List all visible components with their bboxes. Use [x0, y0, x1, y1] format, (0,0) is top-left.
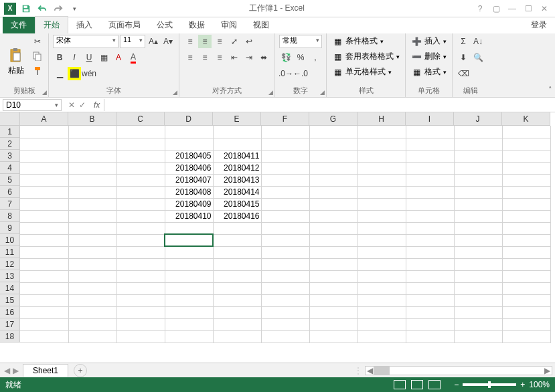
cell[interactable]: [406, 150, 454, 162]
cell[interactable]: 20180412: [213, 162, 261, 174]
cell[interactable]: [116, 210, 165, 222]
format-painter-icon[interactable]: [31, 64, 44, 78]
tab-layout[interactable]: 页面布局: [100, 17, 149, 33]
tab-formulas[interactable]: 公式: [149, 17, 181, 33]
cell[interactable]: [165, 126, 213, 138]
cell[interactable]: [68, 186, 116, 198]
underline-button[interactable]: U: [82, 51, 96, 64]
cut-icon[interactable]: ✂: [31, 35, 44, 48]
increase-indent-icon[interactable]: ⇥: [242, 51, 256, 64]
number-format-select[interactable]: 常规: [279, 35, 322, 48]
row-header[interactable]: 6: [0, 186, 20, 198]
cell[interactable]: [116, 282, 165, 294]
copy-icon[interactable]: [31, 50, 44, 63]
cell[interactable]: [165, 270, 213, 282]
cell[interactable]: [116, 186, 165, 198]
cell[interactable]: [358, 306, 406, 318]
cell[interactable]: 20180416: [213, 210, 261, 222]
cell[interactable]: [213, 138, 261, 150]
cell[interactable]: [358, 126, 406, 138]
cell[interactable]: [309, 138, 358, 150]
clear-icon[interactable]: ⌫: [457, 67, 470, 80]
cell[interactable]: [20, 210, 68, 222]
font-name-select[interactable]: 宋体: [53, 35, 118, 48]
add-sheet-button[interactable]: +: [74, 364, 87, 377]
cell[interactable]: [68, 126, 116, 138]
cell[interactable]: [309, 126, 358, 138]
cell[interactable]: [116, 246, 165, 258]
cancel-formula-icon[interactable]: ✕: [68, 100, 75, 110]
cell[interactable]: [502, 246, 550, 258]
cell[interactable]: [68, 330, 116, 342]
cell[interactable]: [261, 318, 309, 330]
cell[interactable]: [454, 198, 502, 210]
cell[interactable]: [454, 270, 502, 282]
cell[interactable]: [20, 258, 68, 270]
cell[interactable]: [358, 174, 406, 186]
delete-cells-button[interactable]: ➖删除▾: [410, 50, 448, 63]
cell[interactable]: [502, 318, 550, 330]
cell[interactable]: [165, 234, 213, 246]
cell[interactable]: [116, 198, 165, 210]
cell[interactable]: [116, 306, 165, 318]
cell[interactable]: [406, 210, 454, 222]
tab-view[interactable]: 视图: [245, 17, 277, 33]
paste-button[interactable]: 粘贴: [4, 35, 28, 88]
font-launcher-icon[interactable]: ◢: [173, 89, 177, 96]
ribbon-display-icon[interactable]: ▢: [491, 4, 501, 13]
scroll-thumb[interactable]: [374, 367, 390, 375]
cell[interactable]: [68, 234, 116, 246]
column-header[interactable]: B: [68, 112, 116, 126]
fill-color-icon[interactable]: ⬛: [68, 67, 81, 80]
cell[interactable]: [68, 258, 116, 270]
cell[interactable]: [454, 258, 502, 270]
row-header[interactable]: 5: [0, 174, 20, 186]
cell[interactable]: 20180415: [213, 198, 261, 210]
fill-icon[interactable]: ⬇: [457, 51, 470, 64]
cell[interactable]: [406, 186, 454, 198]
cell[interactable]: [406, 138, 454, 150]
column-header[interactable]: H: [358, 112, 406, 126]
cell[interactable]: [406, 294, 454, 306]
cell[interactable]: [261, 270, 309, 282]
find-icon[interactable]: 🔍: [471, 51, 485, 64]
cell[interactable]: [406, 330, 454, 342]
cell[interactable]: [309, 270, 358, 282]
cell[interactable]: [309, 210, 358, 222]
cell[interactable]: [116, 294, 165, 306]
page-break-view-icon[interactable]: [428, 380, 441, 389]
increase-decimal-icon[interactable]: .0→: [279, 67, 293, 80]
cell[interactable]: [358, 234, 406, 246]
cell[interactable]: [309, 222, 358, 234]
cell[interactable]: [213, 282, 261, 294]
cell[interactable]: [165, 282, 213, 294]
cell[interactable]: [68, 246, 116, 258]
cell[interactable]: [406, 246, 454, 258]
italic-button[interactable]: I: [68, 51, 81, 64]
cell[interactable]: [165, 318, 213, 330]
increase-font-icon[interactable]: A▴: [147, 35, 160, 48]
cell[interactable]: [309, 330, 358, 342]
bold-button[interactable]: B: [53, 51, 66, 64]
align-right-icon[interactable]: ≡: [213, 51, 226, 64]
namebox-dropdown-icon[interactable]: ▾: [55, 102, 58, 108]
cell-styles-button[interactable]: ▦单元格样式▾: [331, 66, 401, 78]
cell[interactable]: [406, 318, 454, 330]
cell[interactable]: 20180409: [165, 198, 213, 210]
cell[interactable]: [116, 234, 165, 246]
row-header[interactable]: 13: [0, 270, 20, 282]
font-size-select[interactable]: 11: [120, 35, 145, 48]
cell[interactable]: [309, 198, 358, 210]
cell[interactable]: [20, 306, 68, 318]
zoom-level[interactable]: 100%: [529, 380, 550, 389]
save-icon[interactable]: [19, 1, 33, 16]
tab-insert[interactable]: 插入: [68, 17, 100, 33]
fx-icon[interactable]: fx: [90, 100, 104, 110]
tab-review[interactable]: 审阅: [213, 17, 245, 33]
font-color-a[interactable]: A: [112, 51, 125, 64]
cell[interactable]: [502, 270, 550, 282]
merge-icon[interactable]: ⬌: [257, 51, 270, 64]
row-header[interactable]: 18: [0, 330, 20, 342]
column-header[interactable]: D: [165, 112, 213, 126]
align-top-icon[interactable]: ≡: [183, 35, 197, 48]
